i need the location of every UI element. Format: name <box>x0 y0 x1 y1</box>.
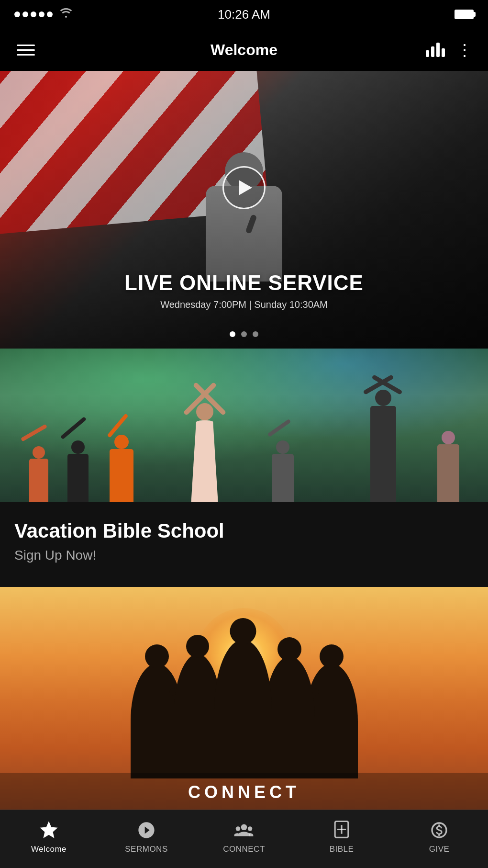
status-left <box>14 8 73 21</box>
carousel-dot-3[interactable] <box>253 331 258 337</box>
nav-item-connect[interactable]: CONNECT <box>195 820 293 859</box>
signal-dots <box>14 11 53 17</box>
status-right <box>455 10 474 19</box>
vbs-section[interactable]: Vacation Bible School Sign Up Now! <box>0 349 488 587</box>
svg-point-0 <box>241 824 247 830</box>
bar2 <box>431 46 434 57</box>
signal-dot-3 <box>31 11 36 17</box>
status-bar: 10:26 AM <box>0 0 488 29</box>
nav-label-connect: CONNECT <box>223 845 265 854</box>
wednesday-time: Wednesday 7:00PM <box>160 299 246 310</box>
nav-item-bible[interactable]: BIBLE <box>293 820 390 859</box>
play-button[interactable] <box>222 166 266 209</box>
carousel-dot-1[interactable] <box>230 331 235 337</box>
signal-dot-4 <box>39 11 44 17</box>
carousel-dots <box>230 331 258 337</box>
vbs-image <box>0 349 488 502</box>
nav-label-bible: BIBLE <box>330 845 354 854</box>
more-options-icon[interactable]: ⋮ <box>456 42 474 58</box>
battery-icon <box>455 10 474 19</box>
hamburger-line-3 <box>17 54 35 56</box>
hero-carousel[interactable]: LIVE ONLINE SERVICE Wednesday 7:00PM | S… <box>0 71 488 349</box>
vbs-title: Vacation Bible School <box>14 519 474 543</box>
nav-item-sermons[interactable]: SERMONS <box>98 820 195 859</box>
hero-text: LIVE ONLINE SERVICE Wednesday 7:00PM | S… <box>0 271 488 310</box>
bar4 <box>442 48 445 57</box>
svg-point-1 <box>236 826 240 831</box>
nav-item-give[interactable]: GIVE <box>390 820 488 859</box>
hamburger-line-1 <box>17 45 35 46</box>
nav-bar: Welcome ⋮ <box>0 29 488 71</box>
nav-label-sermons: SERMONS <box>125 845 167 854</box>
carousel-dot-2[interactable] <box>241 331 247 337</box>
signal-dot-2 <box>22 11 28 17</box>
bar1 <box>426 50 429 57</box>
bar3 <box>436 43 440 57</box>
signal-dot-5 <box>47 11 53 17</box>
wifi-icon <box>59 8 73 21</box>
page-title: Welcome <box>211 41 277 59</box>
nav-right-actions: ⋮ <box>426 42 474 58</box>
statistics-icon[interactable] <box>426 43 445 57</box>
connect-section[interactable]: CONNECT <box>0 587 488 817</box>
signal-dot-1 <box>14 11 20 17</box>
give-icon <box>429 820 450 841</box>
hero-title: LIVE ONLINE SERVICE <box>0 271 488 294</box>
sermons-icon <box>136 820 157 841</box>
bible-icon <box>331 820 352 841</box>
hamburger-line-2 <box>17 49 35 51</box>
svg-point-2 <box>248 826 252 831</box>
vbs-subtitle: Sign Up Now! <box>14 548 474 563</box>
hamburger-button[interactable] <box>14 42 37 58</box>
vbs-text-section: Vacation Bible School Sign Up Now! <box>0 502 488 587</box>
sunday-time: Sunday 10:30AM <box>254 299 327 310</box>
crowd-overlay <box>0 349 488 502</box>
schedule-divider: | <box>249 299 255 310</box>
hero-schedule: Wednesday 7:00PM | Sunday 10:30AM <box>0 299 488 310</box>
nav-label-give: GIVE <box>429 845 450 854</box>
welcome-icon <box>38 820 59 841</box>
bottom-nav: Welcome SERMONS CONNECT <box>0 810 488 868</box>
person-silhouette-4 <box>265 656 315 778</box>
group-silhouette <box>100 640 388 778</box>
status-time: 10:26 AM <box>218 7 270 22</box>
nav-item-welcome[interactable]: Welcome <box>0 820 98 859</box>
connect-nav-icon <box>233 820 255 841</box>
nav-label-welcome: Welcome <box>31 845 67 854</box>
person-silhouette-3 <box>214 640 272 778</box>
play-icon <box>239 180 252 195</box>
